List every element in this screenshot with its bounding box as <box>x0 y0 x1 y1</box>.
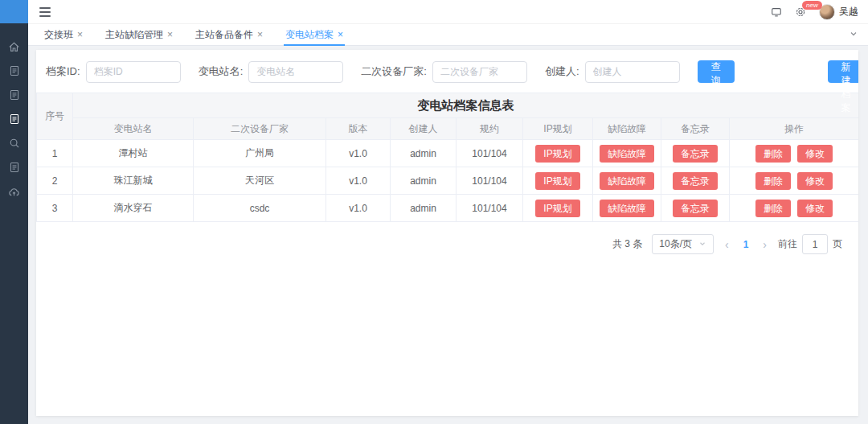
memo-button[interactable]: 备忘录 <box>673 200 718 217</box>
column-header: 二次设备厂家 <box>194 118 326 140</box>
tab[interactable]: 交接班× <box>33 24 94 45</box>
edit-button[interactable]: 修改 <box>797 145 833 163</box>
table-title: 变电站档案信息表 <box>73 93 859 118</box>
search-icon <box>9 138 20 149</box>
row-vendor: 广州局 <box>194 140 326 167</box>
cell-ip-plan: IP规划 <box>523 167 593 195</box>
sidebar-item[interactable] <box>0 179 28 204</box>
delete-button[interactable]: 删除 <box>755 172 791 190</box>
cell-operations: 删除修改 <box>730 140 859 167</box>
prev-page-button[interactable]: ‹ <box>723 239 731 250</box>
filter-input[interactable] <box>86 61 181 83</box>
edit-button[interactable]: 修改 <box>797 172 833 190</box>
filter-input[interactable] <box>248 61 343 83</box>
row-creator: admin <box>391 195 457 222</box>
tabbar: 交接班×主站缺陷管理×主站备品备件×变电站档案× <box>28 23 868 46</box>
sidebar-menu <box>0 23 28 204</box>
next-page-button[interactable]: › <box>761 239 768 250</box>
row-creator: admin <box>391 140 457 167</box>
column-header: 缺陷故障 <box>593 118 661 140</box>
sidebar-item[interactable] <box>0 35 28 59</box>
ip-plan-button[interactable]: IP规划 <box>535 200 579 217</box>
sidebar-item[interactable] <box>0 83 28 107</box>
app-window: new 吴越 交接班×主站缺陷管理×主站备品备件×变电站档案× 档案ID:变电站… <box>0 0 868 424</box>
cell-memo: 备忘录 <box>661 195 730 222</box>
delete-button[interactable]: 删除 <box>755 145 791 163</box>
filter-field: 变电站名: <box>199 61 344 83</box>
filter-field: 档案ID: <box>46 61 181 83</box>
column-header: 备忘录 <box>661 118 730 140</box>
memo-button[interactable]: 备忘录 <box>673 145 718 163</box>
table-row: 3滴水穿石csdcv1.0admin101/104IP规划缺陷故障备忘录删除修改 <box>37 195 859 222</box>
row-station-name: 滴水穿石 <box>73 195 194 222</box>
close-icon[interactable]: × <box>257 30 263 39</box>
cell-ip-plan: IP规划 <box>523 195 593 222</box>
row-seq: 3 <box>37 195 73 222</box>
search-button[interactable]: 查询 <box>698 60 735 83</box>
document-icon <box>9 65 20 76</box>
row-seq: 1 <box>37 140 73 167</box>
cell-operations: 删除修改 <box>730 195 859 222</box>
cell-operations: 删除修改 <box>730 167 859 195</box>
cell-memo: 备忘录 <box>661 167 730 195</box>
filter-input[interactable] <box>585 61 680 83</box>
filter-input[interactable] <box>432 61 527 83</box>
column-header: 变电站名 <box>73 118 194 140</box>
archive-table: 序号 变电站档案信息表 变电站名二次设备厂家版本创建人规约IP规划缺陷故障备忘录… <box>36 93 858 222</box>
goto-page: 前往 页 <box>778 234 842 254</box>
page-number[interactable]: 1 <box>740 239 752 250</box>
tab-label: 主站缺陷管理 <box>105 28 163 42</box>
content-panel: 档案ID:变电站名:二次设备厂家:创建人:查询 新建档案 序号 变电站档案信息表… <box>36 50 858 416</box>
defect-button[interactable]: 缺陷故障 <box>600 172 654 190</box>
filter-field: 二次设备厂家: <box>361 61 527 83</box>
tab[interactable]: 主站缺陷管理× <box>94 24 184 45</box>
column-header: 操作 <box>730 118 859 140</box>
defect-button[interactable]: 缺陷故障 <box>600 200 654 217</box>
chevron-down-icon[interactable] <box>849 27 863 42</box>
column-header: 规约 <box>457 118 523 140</box>
row-vendor: csdc <box>194 195 326 222</box>
sidebar-item[interactable] <box>0 131 28 155</box>
hamburger-menu-icon[interactable] <box>38 4 52 20</box>
row-version: v1.0 <box>326 140 391 167</box>
close-icon[interactable]: × <box>77 30 83 39</box>
tab[interactable]: 变电站档案× <box>274 24 354 45</box>
ip-plan-button[interactable]: IP规划 <box>535 145 579 163</box>
tab-label: 变电站档案 <box>285 28 334 42</box>
sidebar <box>0 0 28 424</box>
sidebar-item[interactable] <box>0 59 28 83</box>
filter-label: 档案ID: <box>46 64 80 79</box>
create-archive-button[interactable]: 新建档案 <box>828 60 859 83</box>
goto-page-input[interactable] <box>802 234 828 254</box>
sidebar-item[interactable] <box>0 107 28 131</box>
cell-memo: 备忘录 <box>661 140 730 167</box>
table-row: 1潭村站广州局v1.0admin101/104IP规划缺陷故障备忘录删除修改 <box>37 140 859 167</box>
memo-button[interactable]: 备忘录 <box>673 172 718 190</box>
home-icon <box>8 41 20 53</box>
document-icon <box>9 162 20 173</box>
gear-icon[interactable]: new <box>795 6 806 18</box>
tab[interactable]: 主站备品备件× <box>184 24 274 45</box>
delete-button[interactable]: 删除 <box>755 200 791 217</box>
total-count: 共 3 条 <box>612 237 642 251</box>
row-creator: admin <box>391 167 457 195</box>
defect-button[interactable]: 缺陷故障 <box>600 145 654 163</box>
filter-label: 二次设备厂家: <box>361 64 427 79</box>
ip-plan-button[interactable]: IP规划 <box>535 172 579 190</box>
topbar: new 吴越 <box>28 0 868 23</box>
user-menu[interactable]: 吴越 <box>819 4 858 20</box>
row-protocol: 101/104 <box>457 195 523 222</box>
column-header: 版本 <box>326 118 391 140</box>
row-vendor: 天河区 <box>194 167 326 195</box>
app-logo <box>0 0 28 23</box>
close-icon[interactable]: × <box>167 30 173 39</box>
column-header: IP规划 <box>523 118 593 140</box>
screen-icon[interactable] <box>771 6 782 18</box>
row-protocol: 101/104 <box>457 140 523 167</box>
close-icon[interactable]: × <box>338 30 343 39</box>
tab-label: 主站备品备件 <box>195 28 253 42</box>
row-seq: 2 <box>37 167 73 195</box>
page-size-select[interactable]: 10条/页 <box>652 234 714 254</box>
edit-button[interactable]: 修改 <box>797 200 833 217</box>
sidebar-item[interactable] <box>0 155 28 179</box>
